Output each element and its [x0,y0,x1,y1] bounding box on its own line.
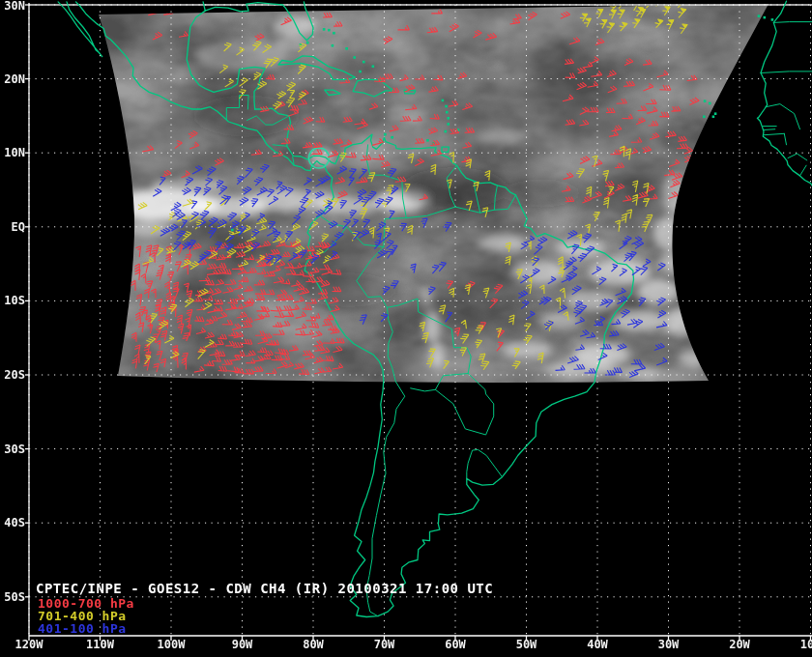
lon-tick-label: 80W [303,638,324,651]
lat-tick-label: 40S [4,516,25,529]
lon-tick-label: 50W [516,638,537,651]
lon-tick-label: 60W [445,638,466,651]
lon-tick-label: 100W [158,638,187,651]
lon-tick-label: 120W [15,638,44,651]
lon-tick-label: 10W [800,638,812,651]
map-canvas: 120W110W100W90W80W70W60W50W40W30W20W10W3… [0,0,812,657]
lat-tick-label: 10N [4,146,25,159]
product-title: CPTEC/INPE - GOES12 - CDW CH4 (IR) 20100… [36,581,493,596]
lon-tick-label: 20W [729,638,750,651]
lat-tick-label: EQ [12,220,25,234]
lat-tick-label: 50S [4,590,25,604]
legend-item-high-level: 401-100 hPa [38,622,127,635]
lat-tick-label: 30N [4,0,25,13]
lon-tick-label: 40W [587,638,608,651]
lat-tick-label: 30S [4,443,25,456]
lon-tick-label: 30W [658,638,680,651]
satellite-wind-product-window: 120W110W100W90W80W70W60W50W40W30W20W10W3… [0,0,812,657]
lon-tick-label: 70W [374,638,395,651]
lat-tick-label: 10S [4,294,25,307]
lon-tick-label: 90W [232,638,253,651]
lat-tick-label: 20S [4,368,25,382]
lon-tick-label: 110W [86,638,115,651]
lat-tick-label: 20N [4,72,25,86]
